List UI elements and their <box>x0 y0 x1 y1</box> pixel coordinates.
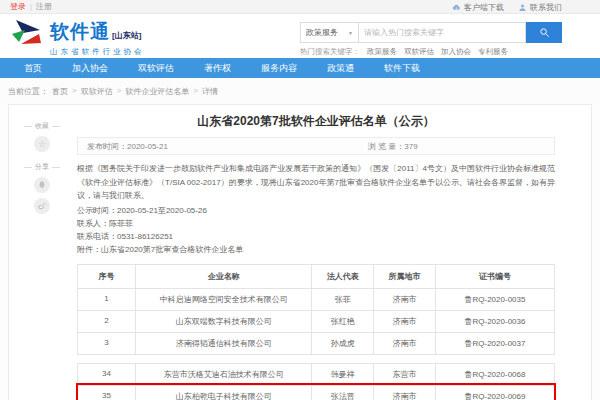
meta-bar: 发布时间：2020-05-21 浏 览 量：379 <box>77 137 555 155</box>
breadcrumb-item-3: 详情 <box>202 86 218 97</box>
table-cell: 济南市 <box>373 333 435 354</box>
search-category-value: 政策服务 <box>306 27 338 38</box>
divider: | <box>30 2 32 11</box>
page-title: 山东省2020第7批软件企业评估名单（公示） <box>77 113 555 130</box>
breadcrumb-item-0[interactable]: 首页 <box>52 86 68 97</box>
table-cell: 鲁RQ-2020-0037 <box>435 333 554 354</box>
table-cell: 济南市 <box>373 386 435 400</box>
brand-pinwheel-icon <box>10 19 44 51</box>
hot-keywords: 热门搜索关键字： 政策服务双软评估加入协会专利服务 <box>300 47 562 57</box>
view-count: 浏 览 量：379 <box>368 141 418 152</box>
nav-item-0[interactable]: 首页 <box>24 62 42 75</box>
table-row: 3济南得韬通信科技有限公司孙成虎济南市鲁RQ-2020-0037 <box>78 332 554 354</box>
nav-item-4[interactable]: 服务内容 <box>261 62 297 75</box>
column-header: 法人代表 <box>311 265 373 288</box>
user-icon <box>518 3 527 12</box>
hot-keyword-0[interactable]: 政策服务 <box>367 47 397 57</box>
column-header: 序号 <box>78 265 135 288</box>
table-cell: 张菲 <box>311 289 373 310</box>
search-input[interactable] <box>358 22 526 43</box>
nav-item-5[interactable]: 政策通 <box>327 62 354 75</box>
table-cell: 1 <box>78 289 135 310</box>
brand-subtitle: 山东省软件行业协会 <box>50 47 145 57</box>
article: 山东省2020第7批软件企业评估名单（公示） 发布时间：2020-05-21 浏… <box>77 105 555 400</box>
breadcrumb-item-2[interactable]: 软件企业评估名单 <box>125 86 189 97</box>
contact-phone: 联系电话：0531-86126251 <box>77 230 555 243</box>
contact-us-label: 联系我们 <box>530 1 562 14</box>
table-cell: 孙成虎 <box>311 333 373 354</box>
login-link[interactable]: 登录 <box>10 2 26 11</box>
share-label: 分享 <box>15 162 69 172</box>
notice-paragraph: 根据《国务院关于印发进一步鼓励软件产业和集成电路产业发展若干政策的通知》（国发〔… <box>77 162 555 203</box>
cloud-download-icon <box>452 3 461 12</box>
breadcrumb-item-1[interactable]: 双软评估 <box>81 86 113 97</box>
table-cell: 济南得韬通信科技有限公司 <box>135 333 311 354</box>
column-header: 所属地市 <box>373 265 435 288</box>
breadcrumb-separator: > <box>72 86 77 97</box>
contact-us-link[interactable]: 联系我们 <box>518 1 562 14</box>
table-row: 1中科启迪网络空间安全技术有限公司张菲济南市鲁RQ-2020-0035 <box>78 288 554 310</box>
table-cell: 鲁RQ-2020-0035 <box>435 289 554 310</box>
header: 软件通 [山东站] 山东省软件行业协会 政策服务 ▼ 热门搜索关键字： 政策服务… <box>0 14 600 58</box>
contact-person: 联系人：陈菲菲 <box>77 217 555 230</box>
share-weibo-icon[interactable] <box>34 198 50 214</box>
table-cell: 2 <box>78 311 135 332</box>
search-bar: 政策服务 ▼ <box>300 22 562 43</box>
table-cell: 东营市 <box>373 364 435 385</box>
table-cell: 鲁RQ-2020-0069 <box>435 386 554 400</box>
attachment-line: 附件：山东省2020第7批审查合格软件企业名单 <box>77 243 555 256</box>
chevron-down-icon: ▼ <box>348 30 353 36</box>
table-cell: 张红艳 <box>311 311 373 332</box>
attachment-label: 附件： <box>77 245 101 254</box>
hot-keyword-1[interactable]: 双软评估 <box>404 47 434 57</box>
client-download-link[interactable]: 客户端下载 <box>452 1 504 14</box>
table-cell: 东营市沃格艾迪石油技术有限公司 <box>135 364 311 385</box>
table-cell: 鲁RQ-2020-0036 <box>435 311 554 332</box>
search-button[interactable] <box>526 22 562 43</box>
table-cell: 张法晋 <box>311 386 373 400</box>
company-table: 序号企业名称法人代表所属地市证书编号1中科启迪网络空间安全技术有限公司张菲济南市… <box>77 264 555 400</box>
table-row: 35山东柏乾电子科技有限公司张法晋济南市鲁RQ-2020-0069 <box>78 385 554 400</box>
column-header: 证书编号 <box>435 265 554 288</box>
nav-item-6[interactable]: 软件下载 <box>384 62 420 75</box>
table-cell: 3 <box>78 333 135 354</box>
nav-item-2[interactable]: 双软评估 <box>138 62 174 75</box>
content-card: 收藏 ☆ 分享 山东省2020第7批软件企业评估名单（公示） 发布时间：2020… <box>8 104 592 400</box>
utility-right: 客户端下载 联系我们 <box>452 0 562 14</box>
table-header-row: 序号企业名称法人代表所属地市证书编号 <box>78 265 554 288</box>
share-qq-icon[interactable] <box>34 177 50 193</box>
magnifier-icon <box>539 27 550 38</box>
table-cell: 山东柏乾电子科技有限公司 <box>135 386 311 400</box>
table-cell: 中科启迪网络空间安全技术有限公司 <box>135 289 311 310</box>
table-cell: 34 <box>78 364 135 385</box>
favorite-star-icon[interactable]: ☆ <box>34 136 50 152</box>
brand-text: 软件通 [山东站] 山东省软件行业协会 <box>50 19 145 57</box>
main-nav: 首页加入协会双软评估著作权服务内容政策通软件下载 <box>0 58 600 78</box>
hot-keywords-list: 政策服务双软评估加入协会专利服务 <box>367 47 508 57</box>
brand-station: [山东站] <box>112 30 141 41</box>
register-link[interactable]: 注册 <box>36 2 52 11</box>
logo[interactable]: 软件通 [山东站] 山东省软件行业协会 <box>10 19 145 57</box>
nav-item-3[interactable]: 著作权 <box>204 62 231 75</box>
table-omitted-rows-gap <box>77 355 555 363</box>
attachment-link[interactable]: 山东省2020第7批审查合格软件企业名单 <box>101 245 243 254</box>
breadcrumb-separator: > <box>117 86 122 97</box>
nav-item-1[interactable]: 加入协会 <box>72 62 108 75</box>
search-category-select[interactable]: 政策服务 ▼ <box>300 22 358 43</box>
publish-time: 发布时间：2020-05-21 <box>87 141 168 152</box>
table-row: 2山东双端数字科技有限公司张红艳济南市鲁RQ-2020-0036 <box>78 310 554 332</box>
breadcrumb: 当前位置： 首页>双软评估>软件企业评估名单>详情 <box>0 78 600 104</box>
favorite-label: 收藏 <box>15 121 69 131</box>
table-row: 34东营市沃格艾迪石油技术有限公司韩曼祥东营市鲁RQ-2020-0068 <box>78 364 554 385</box>
hot-keywords-label: 热门搜索关键字： <box>300 47 360 57</box>
table-cell: 韩曼祥 <box>311 364 373 385</box>
column-header: 企业名称 <box>135 265 311 288</box>
notice-time: 公示时间：2020-05-21至2020-05-26 <box>77 204 555 217</box>
brand-name: 软件通 <box>50 19 110 45</box>
side-tools: 收藏 ☆ 分享 <box>15 121 69 214</box>
hot-keyword-3[interactable]: 专利服务 <box>478 47 508 57</box>
breadcrumb-label: 当前位置： <box>8 86 48 97</box>
table-cell: 济南市 <box>373 289 435 310</box>
table-section-1: 34东营市沃格艾迪石油技术有限公司韩曼祥东营市鲁RQ-2020-006835山东… <box>77 363 555 400</box>
hot-keyword-2[interactable]: 加入协会 <box>441 47 471 57</box>
